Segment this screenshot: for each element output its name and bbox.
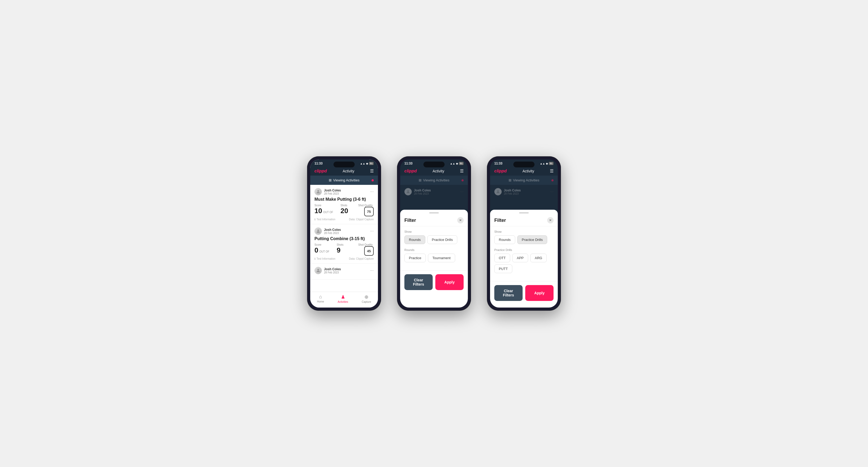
- practice-btn-2[interactable]: Practice: [404, 254, 426, 262]
- out-of-1: OUT OF: [323, 211, 333, 214]
- sq-value-1: 75: [364, 207, 374, 216]
- banner-text-3: Viewing Activities: [513, 178, 539, 182]
- ott-btn-3[interactable]: OTT: [494, 254, 510, 262]
- dimmed-name-2: Josh Coles 28 Feb 2023: [414, 189, 431, 195]
- tab-capture-label: Capture: [362, 301, 371, 303]
- user-name-1: Josh Coles: [324, 189, 341, 192]
- nav-bar-3: clippd Activity ☰: [490, 166, 558, 176]
- user-name-2: Josh Coles: [324, 228, 341, 232]
- card-footer-2: ℹ Test Information Data: Clippd Capture: [314, 257, 374, 260]
- banner-dot-2: [462, 179, 464, 181]
- more-dots-1[interactable]: ···: [370, 189, 374, 194]
- stats-section-1: Score 10 OUT OF Shots 20: [314, 204, 348, 215]
- modal-footer-3: Clear Filters Apply: [490, 281, 558, 306]
- avatar-img-3: [315, 267, 321, 274]
- battery-icon-3: 51: [549, 162, 554, 165]
- shots-group-2: Shots 9: [337, 243, 345, 254]
- battery-icon-2: 51: [459, 162, 464, 165]
- dynamic-island-2: [424, 162, 444, 167]
- score-value-2: 0: [314, 246, 318, 254]
- score-label-2: Score: [314, 243, 329, 246]
- avatar-img-2: [315, 228, 321, 235]
- clear-filters-btn-3[interactable]: Clear Filters: [494, 285, 523, 301]
- signal-icon-2: ▲▲: [450, 162, 455, 165]
- svg-point-1: [317, 229, 319, 231]
- activity-card-1: Josh Coles 28 Feb 2023 ··· Must Make Put…: [310, 185, 378, 224]
- practice-drills-buttons-3: OTT APP ARG PUTT: [494, 254, 554, 273]
- banner-icon-2: ⊞: [418, 178, 422, 182]
- stats-section-2: Score 0 OUT OF Shots 9: [314, 243, 345, 254]
- score-value-1: 10: [314, 207, 322, 215]
- menu-icon-3[interactable]: ☰: [550, 168, 554, 174]
- nav-title-2: Activity: [432, 169, 444, 173]
- shots-value-2: 9: [337, 246, 340, 254]
- viewing-banner-3: ⊞ Viewing Activities: [490, 176, 558, 185]
- banner-text-2: Viewing Activities: [423, 178, 450, 182]
- app-btn-3[interactable]: APP: [512, 254, 528, 262]
- signal-icon: ▲▲: [360, 162, 365, 165]
- menu-icon-2[interactable]: ☰: [460, 168, 464, 174]
- nav-title-1: Activity: [342, 169, 354, 173]
- tournament-btn-2[interactable]: Tournament: [428, 254, 455, 262]
- modal-close-2[interactable]: ✕: [457, 217, 464, 223]
- avatar-3: [314, 267, 322, 274]
- rounds-label-2: Rounds: [404, 248, 464, 251]
- show-buttons-3: Rounds Practice Drills: [494, 235, 554, 244]
- practice-drills-btn-3[interactable]: Practice Drills: [517, 235, 547, 244]
- dynamic-island-3: [513, 162, 534, 167]
- tab-capture[interactable]: ⊕ Capture: [362, 294, 371, 303]
- svg-point-4: [497, 190, 499, 192]
- practice-drills-btn-2[interactable]: Practice Drills: [427, 235, 457, 244]
- modal-close-3[interactable]: ✕: [547, 217, 554, 223]
- logo-3: clippd: [494, 169, 507, 174]
- modal-footer-2: Clear Filters Apply: [400, 270, 468, 295]
- more-dots-3[interactable]: ···: [370, 268, 374, 273]
- phones-container: 11:33 ▲▲ ◈ 51 clippd Activity ☰ ⊞ Viewin…: [307, 156, 561, 311]
- tab-home[interactable]: ⌂ Home: [317, 294, 324, 303]
- logo-1: clippd: [314, 169, 327, 174]
- dynamic-island-1: [334, 162, 355, 167]
- signal-icon-3: ▲▲: [540, 162, 545, 165]
- card-header-2: Josh Coles 28 Feb 2023 ···: [314, 227, 374, 235]
- clear-filters-btn-2[interactable]: Clear Filters: [404, 274, 433, 290]
- user-details-1: Josh Coles 28 Feb 2023: [324, 189, 341, 195]
- rounds-btn-2[interactable]: Rounds: [404, 235, 425, 244]
- card-header-3: Josh Coles 28 Feb 2023 ···: [314, 267, 374, 274]
- shots-label-2: Shots: [337, 243, 344, 246]
- svg-point-3: [407, 190, 409, 192]
- sq-label-2: Shot Quality: [359, 243, 373, 246]
- svg-point-0: [317, 190, 319, 192]
- phone-1-screen: 11:33 ▲▲ ◈ 51 clippd Activity ☰ ⊞ Viewin…: [310, 159, 378, 308]
- menu-icon-1[interactable]: ☰: [370, 168, 374, 174]
- shot-quality-group-1: Shot Quality 75: [359, 204, 374, 216]
- out-of-2: OUT OF: [319, 250, 329, 253]
- avatar-2: [314, 227, 322, 235]
- putt-btn-3[interactable]: PUTT: [494, 264, 512, 273]
- apply-btn-2[interactable]: Apply: [435, 274, 464, 290]
- status-time-3: 11:33: [494, 162, 502, 165]
- shots-group-1: Shots 20: [341, 204, 348, 215]
- practice-drills-label-3: Practice Drills: [494, 248, 554, 251]
- arg-btn-3[interactable]: ARG: [530, 254, 547, 262]
- shot-quality-group-2: Shot Quality 45: [359, 243, 374, 256]
- dimmed-user-2: Josh Coles 28 Feb 2023 ···: [404, 188, 464, 195]
- card-header-1: Josh Coles 28 Feb 2023 ···: [314, 188, 374, 195]
- more-dots-2[interactable]: ···: [370, 229, 374, 234]
- apply-btn-3[interactable]: Apply: [525, 285, 554, 301]
- modal-body-2: Show Rounds Practice Drills Rounds Pract…: [400, 226, 468, 270]
- info-icon-2: ℹ: [314, 257, 315, 260]
- sq-label-1: Shot Quality: [359, 204, 373, 207]
- viewing-banner-1[interactable]: ⊞ Viewing Activities: [310, 176, 378, 185]
- phone-2: 11:33 ▲▲ ◈ 51 clippd Activity ☰ ⊞ Viewin…: [397, 156, 471, 311]
- filter-modal-3: Filter ✕ Show Rounds Practice Drills Pra…: [490, 210, 558, 308]
- rounds-btn-3[interactable]: Rounds: [494, 235, 515, 244]
- banner-dot-3: [551, 179, 554, 181]
- activity-list: Josh Coles 28 Feb 2023 ··· Must Make Put…: [310, 185, 378, 294]
- tab-activities[interactable]: ♟ Activities: [338, 294, 348, 303]
- activity-card-2: Josh Coles 28 Feb 2023 ··· Putting Combi…: [310, 224, 378, 263]
- avatar-img-1: [315, 188, 321, 195]
- data-source-1: Data: Clippd Capture: [349, 218, 374, 221]
- banner-icon-1: ⊞: [329, 178, 332, 182]
- activity-title-2: Putting Combine (3-15 ft): [314, 237, 374, 241]
- dimmed-user-3: Josh Coles 28 Feb 2023 ···: [494, 188, 554, 195]
